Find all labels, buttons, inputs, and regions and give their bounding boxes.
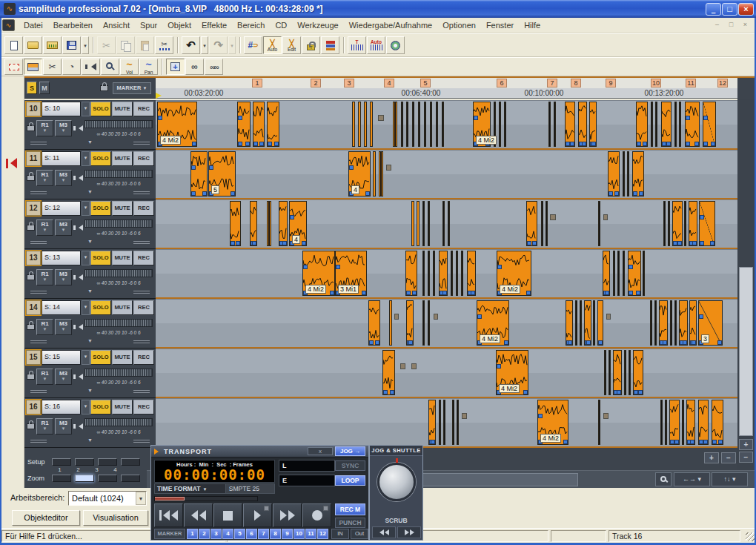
track-lock-icon[interactable] bbox=[27, 125, 35, 131]
track-name-dropdown[interactable]: ▼ bbox=[82, 251, 90, 265]
transport-marker-12[interactable]: 12 bbox=[317, 529, 328, 539]
single-object-button[interactable] bbox=[166, 59, 185, 75]
audio-clip[interactable] bbox=[428, 201, 430, 246]
record-mode-button[interactable]: REC M bbox=[335, 503, 365, 515]
setup-preset-2[interactable] bbox=[75, 458, 94, 466]
track-aux-button[interactable]: R1▼ bbox=[36, 269, 53, 285]
clip-handle[interactable] bbox=[692, 241, 697, 245]
clip-handle[interactable] bbox=[369, 340, 374, 345]
audio-clip[interactable] bbox=[422, 300, 425, 346]
menu-optionen[interactable]: Optionen bbox=[437, 19, 481, 32]
track-volume-slider[interactable]: ∞ 40 30 20 10 -6 0 6 bbox=[84, 119, 154, 137]
clip-handle[interactable] bbox=[638, 390, 643, 394]
audio-clip[interactable]: 4 bbox=[289, 201, 307, 246]
zoom-preset-3[interactable] bbox=[98, 475, 117, 482]
track-lock-icon[interactable] bbox=[27, 324, 35, 330]
audio-clip[interactable] bbox=[661, 102, 672, 147]
clip-handle[interactable] bbox=[686, 116, 690, 120]
shuttle-back-button[interactable] bbox=[372, 526, 396, 538]
clip-handle[interactable] bbox=[477, 314, 482, 319]
clip-handle[interactable] bbox=[442, 291, 447, 295]
audio-clip[interactable] bbox=[424, 102, 426, 147]
audio-clip[interactable] bbox=[597, 300, 603, 346]
track-lane-11[interactable]: 54 bbox=[156, 150, 737, 199]
vertical-zoom-preset-button[interactable]: ↑↓ ▾ bbox=[712, 472, 748, 486]
clip-handle[interactable] bbox=[302, 241, 306, 245]
audio-clip[interactable] bbox=[632, 151, 644, 196]
clip-marker[interactable] bbox=[603, 214, 608, 220]
audio-clip[interactable] bbox=[442, 201, 445, 246]
locator-l-field[interactable]: L bbox=[279, 460, 335, 472]
track-mute-button[interactable]: MUTE bbox=[112, 400, 133, 414]
clip-marker[interactable] bbox=[394, 314, 399, 320]
track-lane-15[interactable]: 4 Mi2 bbox=[156, 349, 737, 398]
audio-clip[interactable] bbox=[624, 350, 626, 395]
clip-handle[interactable] bbox=[718, 440, 723, 444]
save-button-dropdown[interactable]: ▾ bbox=[82, 36, 89, 54]
track-name-field[interactable]: S: 11 bbox=[42, 151, 81, 166]
timeline-marker-12[interactable]: 12 bbox=[717, 79, 728, 87]
link-objects-button[interactable] bbox=[185, 59, 204, 75]
clip-handle[interactable] bbox=[158, 116, 162, 120]
track-solo-button[interactable]: SOLO bbox=[90, 151, 111, 166]
track-mute-button[interactable]: MUTE bbox=[112, 300, 133, 315]
track-name-field[interactable]: S: 16 bbox=[42, 400, 81, 414]
audio-clip[interactable] bbox=[448, 201, 450, 246]
audio-clip[interactable] bbox=[373, 151, 376, 196]
audio-clip[interactable] bbox=[418, 102, 420, 147]
clip-handle[interactable] bbox=[614, 191, 619, 196]
clip-handle[interactable] bbox=[259, 142, 264, 146]
audio-clip[interactable] bbox=[433, 251, 435, 296]
transport-marker-button[interactable]: MARKER bbox=[154, 529, 185, 539]
volume-curve-button[interactable]: Vol bbox=[120, 59, 139, 75]
audio-clip[interactable] bbox=[660, 400, 663, 445]
import-audio-button[interactable] bbox=[43, 36, 62, 54]
audio-clip[interactable] bbox=[406, 102, 408, 147]
timeline-marker-10[interactable]: 10 bbox=[651, 79, 661, 87]
audio-clip[interactable] bbox=[627, 151, 629, 196]
track-mute-button[interactable]: MUTE bbox=[112, 151, 133, 166]
zoom-preset-1[interactable] bbox=[52, 475, 71, 482]
transport-position-bar[interactable] bbox=[154, 496, 258, 501]
track-rec-button[interactable]: REC bbox=[133, 102, 154, 116]
menu-cd[interactable]: CD bbox=[270, 19, 292, 32]
audio-clip[interactable] bbox=[428, 400, 436, 445]
audio-clip[interactable] bbox=[589, 102, 597, 147]
setup-preset-3[interactable] bbox=[98, 458, 117, 466]
audio-clip[interactable] bbox=[623, 251, 625, 296]
transport-marker-8[interactable]: 8 bbox=[270, 529, 281, 539]
object-mouse-mode-button[interactable] bbox=[24, 59, 42, 75]
track-name-field[interactable]: S: 10 bbox=[42, 102, 81, 116]
clip-handle[interactable] bbox=[365, 191, 370, 196]
audio-clip[interactable] bbox=[401, 102, 403, 147]
link-all-tracks-button[interactable] bbox=[205, 59, 223, 75]
audio-clip[interactable] bbox=[672, 201, 683, 246]
track-rec-button[interactable]: REC bbox=[133, 300, 154, 315]
track-name-dropdown[interactable]: ▼ bbox=[82, 350, 90, 365]
audio-clip[interactable] bbox=[389, 300, 392, 346]
clip-handle[interactable] bbox=[692, 340, 696, 345]
clip-handle[interactable] bbox=[710, 241, 714, 245]
audio-clip[interactable] bbox=[578, 102, 587, 147]
visualisation-button[interactable]: Visualisation bbox=[83, 510, 148, 526]
play-button[interactable] bbox=[243, 503, 272, 527]
clip-handle[interactable] bbox=[497, 364, 501, 369]
track-lane-14[interactable]: 4 Mi23 bbox=[156, 299, 737, 349]
audio-clip[interactable] bbox=[703, 102, 716, 147]
audio-clip[interactable]: 4 Mi2 bbox=[157, 102, 197, 147]
clip-handle[interactable] bbox=[238, 142, 242, 146]
track-resize-handle[interactable]: ▼ bbox=[26, 139, 154, 147]
track-name-field[interactable]: S: 14 bbox=[42, 300, 81, 315]
clip-marker[interactable] bbox=[386, 165, 391, 171]
clip-handle[interactable] bbox=[303, 265, 308, 269]
audio-clip[interactable] bbox=[608, 151, 620, 196]
edit-crossfade-button[interactable]: Edit bbox=[282, 36, 301, 54]
track-monitor-button[interactable]: M3▼ bbox=[55, 219, 72, 236]
audio-clip[interactable] bbox=[654, 300, 657, 346]
audio-clip[interactable] bbox=[237, 102, 251, 147]
timeline-marker-5[interactable]: 5 bbox=[420, 79, 431, 87]
punch-in-button[interactable]: IN bbox=[331, 529, 349, 539]
menu-wiedergabe-aufnahme[interactable]: Wiedergabe/Aufnahme bbox=[344, 19, 438, 32]
track-solo-button[interactable]: SOLO bbox=[90, 102, 111, 116]
setup-preset-4[interactable] bbox=[121, 458, 140, 466]
